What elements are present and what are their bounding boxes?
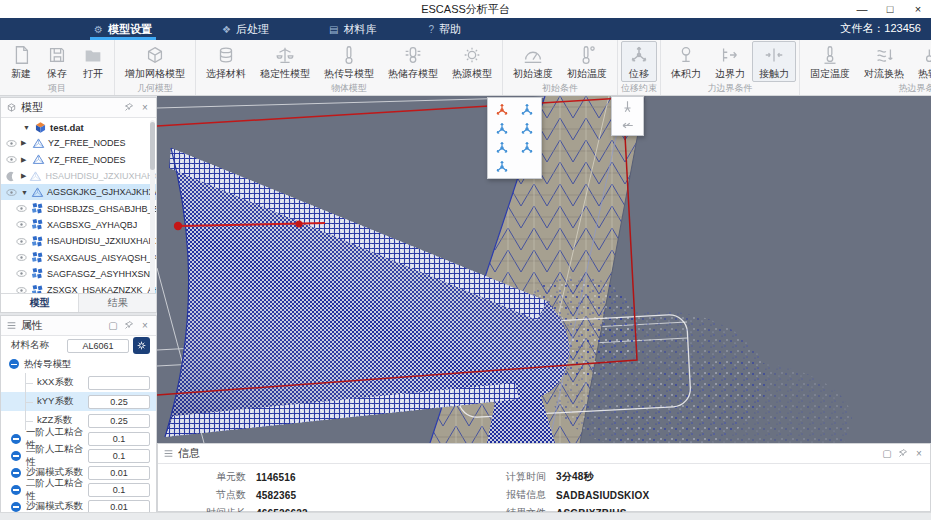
collapse-icon[interactable] <box>11 434 21 444</box>
tab-results[interactable]: 结果 <box>78 294 156 312</box>
expand-arrow-icon[interactable]: ▶ <box>21 156 29 164</box>
info-panel-title: 信息 <box>178 446 877 461</box>
heat-storage-model-button[interactable]: 热储存模型 <box>381 41 445 82</box>
collapse-icon[interactable] <box>11 468 21 478</box>
close-button[interactable]: × <box>911 3 925 15</box>
kzz-input[interactable] <box>88 414 150 428</box>
kxx-input[interactable] <box>88 376 150 390</box>
tree-row[interactable]: HSAUHDISU_JZXIUXHAHX <box>1 233 156 249</box>
pin-icon[interactable] <box>897 448 909 460</box>
viscosity3-input[interactable] <box>88 483 150 497</box>
arrow-left-icon[interactable] <box>620 118 635 133</box>
constraint-triad-icon[interactable] <box>515 138 540 157</box>
material-name-row: 材料名称 <box>1 336 156 355</box>
menu-tab-help[interactable]: ? 帮助 <box>422 18 467 40</box>
tree-row[interactable]: SDHSBJZS_GHSABJHB_ZAHU <box>1 200 156 216</box>
save-button[interactable]: 保存 <box>39 41 75 82</box>
model-tree: ▼ test.dat ▶ YZ_FREE_NODES ▶ YZ_FREE_NOD… <box>1 118 156 293</box>
pin-icon[interactable] <box>123 102 135 114</box>
contact-force-button[interactable]: 接触力 <box>752 41 796 82</box>
radiation-button[interactable]: 热辐射 <box>911 41 931 82</box>
collapse-icon[interactable] <box>11 451 21 461</box>
restore-icon[interactable]: ▢ <box>107 320 119 331</box>
close-icon[interactable]: × <box>139 102 151 113</box>
displacement-button[interactable]: 位移 <box>621 41 657 82</box>
constraint-triad-icon[interactable] <box>515 100 540 119</box>
eye-icon[interactable] <box>15 235 28 248</box>
select-material-button[interactable]: 选择材料 <box>199 41 253 82</box>
constraint-triad-icon[interactable] <box>490 157 515 176</box>
expand-arrow-icon[interactable]: ▼ <box>21 189 28 196</box>
element-count-field: 单元数1146516 <box>188 470 488 484</box>
hourglass1-input[interactable] <box>88 466 150 480</box>
tree-row-selected[interactable]: ▼ AGSGKJKG_GJHXAJKHXA <box>1 184 156 200</box>
tree-root[interactable]: ▼ test.dat <box>1 119 156 135</box>
menu-tab-model-setup[interactable]: ⚙ 模型设置 <box>88 18 158 40</box>
heat-source-model-button[interactable]: 热源模型 <box>445 41 499 82</box>
viewport-3d-canvas[interactable] <box>157 96 931 443</box>
viscosity1-input[interactable] <box>88 432 150 446</box>
eye-icon[interactable] <box>15 202 28 215</box>
material-settings-gear-button[interactable] <box>133 337 150 354</box>
tree-row[interactable]: ▶ YZ_FREE_NODES <box>1 152 156 168</box>
tree-scrollbar[interactable] <box>150 120 155 293</box>
boundary-force-button[interactable]: 边界力 <box>708 41 752 82</box>
expand-arrow-icon[interactable]: ▶ <box>21 139 29 147</box>
expand-arrow-icon[interactable]: ▼ <box>23 124 31 131</box>
expand-arrow-icon[interactable]: ▶ <box>21 172 26 180</box>
kyy-input[interactable] <box>88 395 150 409</box>
tree-row[interactable]: ▶ YZ_FREE_NODES <box>1 135 156 151</box>
viscosity2-input[interactable] <box>88 449 150 463</box>
constraint-triad-icon[interactable] <box>515 119 540 138</box>
eye-icon[interactable] <box>5 153 18 166</box>
eye-icon[interactable] <box>5 186 18 199</box>
fixed-temperature-button[interactable]: 固定温度 <box>803 41 857 82</box>
material-name-input[interactable] <box>67 339 129 353</box>
model-tree-panel: 模型 × ▼ test.dat ▶ YZ_FREE_NODES ▶ YZ_FRE… <box>0 97 157 313</box>
window-title: ESCASS分析平台 <box>0 2 931 17</box>
tree-row[interactable]: XSAXGAUS_AISYAQSH_ASHX <box>1 249 156 265</box>
tab-model[interactable]: 模型 <box>1 294 78 312</box>
tree-row[interactable]: XAGBSXG_AYHAQBJ <box>1 217 156 233</box>
collapse-icon[interactable] <box>11 502 21 512</box>
pin-force-icon[interactable] <box>620 99 635 114</box>
heat-conduction-model-button[interactable]: 热传导模型 <box>317 41 381 82</box>
mesh-part-icon <box>31 251 44 264</box>
maximize-button[interactable]: □ <box>883 3 897 15</box>
new-button[interactable]: 新建 <box>3 41 39 82</box>
pin-icon[interactable] <box>123 320 135 332</box>
convection-button[interactable]: 对流换热 <box>857 41 911 82</box>
constraint-triad-icon[interactable] <box>490 119 515 138</box>
ribbon-group-geometry: 增加网格模型 几何模型 <box>115 40 196 95</box>
restore-icon[interactable]: ▢ <box>881 448 893 459</box>
eye-icon[interactable] <box>15 218 28 231</box>
constraint-triad-icon[interactable] <box>490 138 515 157</box>
tree-row[interactable]: ZSXGX_HSAKAZNZXK_AHASX <box>1 282 156 293</box>
menu-tab-material-library[interactable]: ▤ 材料库 <box>323 18 382 40</box>
tree-row[interactable]: ▶ HSAUHDISU_JZXIUXHAHX <box>1 168 156 184</box>
stability-model-button[interactable]: 稳定性模型 <box>253 41 317 82</box>
add-mesh-model-button[interactable]: 增加网格模型 <box>118 41 192 82</box>
heat-conduction-section[interactable]: 热传导模型 <box>1 355 156 373</box>
minimize-button[interactable]: — <box>855 3 869 15</box>
info-panel-icon <box>163 448 174 459</box>
tree-row[interactable]: SAGFASGZ_ASYHHXSN <box>1 266 156 282</box>
menu-tab-postprocess[interactable]: ❖ 后处理 <box>216 18 275 40</box>
body-force-button[interactable]: 体积力 <box>664 41 708 82</box>
ribbon-toolbar: 新建 保存 打开 项目 增加网格模型 几何模型 选择材料 稳定性模型 热传导模型… <box>0 40 931 96</box>
collapse-icon[interactable] <box>9 359 19 369</box>
close-icon[interactable]: × <box>913 448 925 459</box>
initial-temperature-button[interactable]: 初始温度 <box>560 41 614 82</box>
collapse-icon[interactable] <box>11 485 21 495</box>
eye-icon[interactable] <box>15 251 28 264</box>
eye-icon[interactable] <box>15 267 28 280</box>
eye-icon[interactable] <box>5 137 18 150</box>
left-sidebar: 模型 × ▼ test.dat ▶ YZ_FREE_NODES ▶ YZ_FRE… <box>0 96 157 520</box>
eye-hidden-icon[interactable] <box>5 170 18 183</box>
open-button[interactable]: 打开 <box>75 41 111 82</box>
constraint-triad-icon-selected[interactable] <box>490 100 515 119</box>
initial-velocity-button[interactable]: 初始速度 <box>506 41 560 82</box>
close-icon[interactable]: × <box>139 320 151 331</box>
eye-icon[interactable] <box>15 284 28 293</box>
menu-bar: ⚙ 模型设置 ❖ 后处理 ▤ 材料库 ? 帮助 <box>0 18 931 40</box>
